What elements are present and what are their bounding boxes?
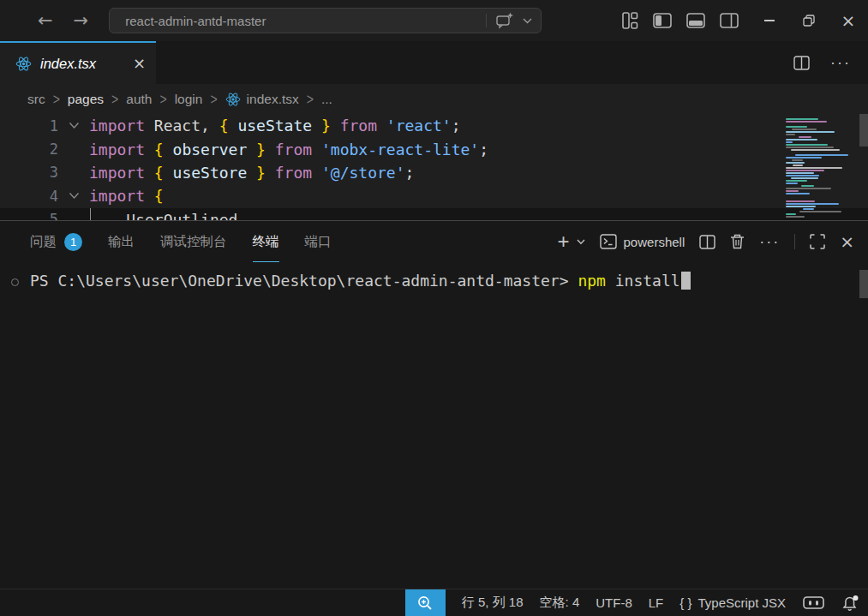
- code-text: UserOutlined: [89, 211, 237, 220]
- panel-header: 问题1输出调试控制台终端端口 + p: [0, 221, 868, 262]
- command-center-search[interactable]: react-admin-antd-master: [109, 8, 542, 33]
- panel-more-actions-icon[interactable]: ···: [759, 234, 780, 249]
- new-terminal-icon[interactable]: +: [558, 231, 570, 252]
- eol-status[interactable]: LF: [649, 595, 664, 610]
- breadcrumb-label: src: [27, 92, 45, 107]
- toggle-secondary-sidebar-icon[interactable]: [719, 11, 739, 30]
- cursor-position-status[interactable]: 行 5, 列 18: [462, 595, 524, 611]
- kill-terminal-trash-icon[interactable]: [730, 234, 745, 249]
- editor-actions: ···: [793, 41, 868, 84]
- terminal-actions: + powershell: [558, 231, 854, 252]
- problems-count-badge: 1: [64, 233, 82, 251]
- code-line-1[interactable]: 1import React, { useState } from 'react'…: [0, 114, 868, 137]
- line-number: 4: [0, 188, 58, 205]
- copilot-status-icon[interactable]: [803, 595, 824, 611]
- indentation-status[interactable]: 空格: 4: [540, 595, 580, 611]
- breadcrumb-separator: >: [111, 91, 118, 108]
- chevron-down-icon[interactable]: [523, 18, 532, 24]
- copilot-chat-icon[interactable]: [495, 12, 514, 29]
- split-terminal-icon[interactable]: [699, 235, 715, 249]
- tab-index-tsx[interactable]: index.tsx ×: [0, 41, 156, 84]
- encoding-status[interactable]: UTF-8: [596, 595, 632, 610]
- terminal-instance[interactable]: powershell: [600, 234, 685, 249]
- panel-tab-label: 端口: [305, 233, 332, 251]
- fold-chevron-icon[interactable]: [58, 192, 89, 200]
- line-number: 3: [0, 164, 58, 181]
- minimize-button[interactable]: [750, 0, 789, 41]
- terminal-command: npm: [569, 272, 606, 290]
- react-file-icon: [15, 56, 32, 72]
- editor-tab-bar: index.tsx × ···: [0, 41, 868, 84]
- terminal-prompt: PS C:\Users\user\OneDrive\Desktop\react-…: [30, 272, 569, 290]
- powershell-terminal-icon: [600, 234, 617, 249]
- breadcrumb-item-auth[interactable]: auth: [126, 92, 152, 107]
- language-mode-status[interactable]: { } TypeScript JSX: [679, 595, 786, 610]
- breadcrumb-label: index.tsx: [247, 92, 299, 107]
- code-text: import { useStore } from '@/store';: [89, 164, 414, 182]
- forward-icon[interactable]: →: [74, 12, 89, 30]
- zoom-status-item[interactable]: [405, 589, 446, 616]
- command-decoration-icon[interactable]: [11, 278, 19, 286]
- tab-close-icon[interactable]: ×: [133, 56, 146, 71]
- launch-profile-chevron-icon[interactable]: [577, 239, 585, 245]
- code-line-2[interactable]: 2import { observer } from 'mobx-react-li…: [0, 137, 868, 160]
- breadcrumb-item-indextsx[interactable]: index.tsx: [225, 92, 299, 107]
- panel-tab-终端[interactable]: 终端: [253, 221, 279, 262]
- breadcrumb-separator: >: [307, 91, 314, 108]
- terminal-args: install: [606, 272, 680, 290]
- code-editor[interactable]: 1import React, { useState } from 'react'…: [0, 114, 868, 220]
- toggle-panel-icon[interactable]: [685, 11, 706, 30]
- line-number: 1: [0, 117, 58, 135]
- window-controls: ×: [750, 0, 868, 41]
- breadcrumb-separator: >: [53, 91, 60, 108]
- panel-tabs: 问题1输出调试控制台终端端口: [30, 221, 332, 262]
- code-line-3[interactable]: 3import { useStore } from '@/store';: [0, 161, 868, 184]
- code-line-4[interactable]: 4import {: [0, 184, 868, 207]
- panel-tab-label: 输出: [108, 233, 135, 251]
- breadcrumb-label: auth: [126, 92, 152, 107]
- minimap[interactable]: [784, 118, 857, 218]
- panel-tab-调试控制台[interactable]: 调试控制台: [160, 221, 227, 262]
- maximize-panel-icon[interactable]: [810, 234, 825, 249]
- breadcrumb-item-[interactable]: ...: [321, 92, 332, 107]
- react-file-icon: [225, 92, 241, 107]
- editor-scrollbar[interactable]: [859, 114, 868, 147]
- breadcrumb-item-src[interactable]: src: [27, 92, 45, 107]
- code-text: import {: [89, 187, 164, 205]
- more-actions-icon[interactable]: ···: [830, 55, 851, 70]
- divider: [794, 234, 795, 249]
- split-editor-icon[interactable]: [793, 56, 810, 70]
- breadcrumb-label: login: [175, 92, 203, 107]
- close-panel-icon[interactable]: ×: [840, 233, 854, 250]
- bottom-panel: 问题1输出调试控制台终端端口 + p: [0, 220, 868, 589]
- tab-label: index.tsx: [40, 56, 124, 72]
- restore-button[interactable]: [789, 0, 829, 41]
- braces-icon: { }: [679, 595, 691, 610]
- breadcrumb-label: ...: [321, 92, 332, 107]
- code-lines: 1import React, { useState } from 'react'…: [0, 114, 868, 220]
- terminal-cursor: [681, 272, 691, 290]
- terminal-output[interactable]: PS C:\Users\user\OneDrive\Desktop\react-…: [0, 262, 868, 290]
- breadcrumb-item-pages[interactable]: pages: [68, 92, 104, 107]
- toggle-primary-sidebar-icon[interactable]: [652, 11, 673, 30]
- panel-tab-label: 调试控制台: [160, 233, 227, 251]
- breadcrumb-item-login[interactable]: login: [175, 92, 203, 107]
- fold-chevron-icon[interactable]: [58, 122, 89, 129]
- vscode-window: ← → react-admin-antd-master: [0, 0, 868, 616]
- notifications-bell-icon[interactable]: [841, 595, 859, 612]
- breadcrumb-separator: >: [210, 91, 217, 108]
- line-number: 2: [0, 141, 58, 158]
- terminal-scrollbar[interactable]: [859, 270, 868, 298]
- panel-tab-端口[interactable]: 端口: [305, 221, 332, 262]
- code-line-5[interactable]: 5 UserOutlined: [0, 208, 868, 220]
- breadcrumb-label: pages: [68, 92, 104, 107]
- history-nav: ← →: [0, 12, 88, 30]
- back-icon[interactable]: ←: [38, 12, 53, 30]
- title-bar: ← → react-admin-antd-master: [0, 0, 868, 41]
- panel-tab-输出[interactable]: 输出: [108, 221, 135, 262]
- close-window-button[interactable]: ×: [829, 0, 868, 41]
- layout-controls: [620, 11, 739, 30]
- customize-layout-icon[interactable]: [620, 11, 639, 30]
- panel-tab-label: 问题: [30, 233, 57, 251]
- panel-tab-问题[interactable]: 问题1: [30, 221, 82, 262]
